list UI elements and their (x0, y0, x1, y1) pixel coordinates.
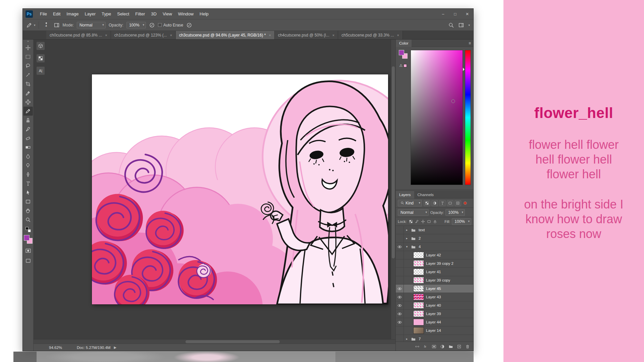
toolbar-collapse-icon[interactable]: » (27, 40, 29, 43)
fill-select[interactable]: 100% (452, 218, 471, 225)
eyedropper-tool[interactable] (23, 88, 33, 98)
opacity-select[interactable]: 100% (126, 22, 146, 28)
horizontal-scrollbar-thumb[interactable] (185, 340, 280, 343)
visibility-toggle[interactable] (396, 234, 404, 242)
layer-name[interactable]: Layer 43 (426, 295, 441, 299)
visibility-toggle[interactable] (396, 326, 404, 335)
eraser-tool[interactable] (23, 134, 33, 143)
visibility-toggle[interactable] (396, 310, 404, 318)
path-selection-tool[interactable] (23, 188, 33, 197)
foreground-background-swatches[interactable] (24, 235, 33, 244)
delete-layer-button[interactable] (465, 344, 470, 349)
foreground-background-swatches[interactable] (399, 50, 408, 59)
horizontal-scrollbar[interactable] (34, 339, 395, 344)
layer-name[interactable]: 4 (419, 245, 421, 249)
lock-image-pixels-button[interactable] (414, 219, 420, 224)
visibility-toggle[interactable] (396, 293, 404, 301)
layer-thumbnail[interactable] (413, 260, 424, 267)
window-minimize-button[interactable]: – (437, 10, 449, 18)
layer-thumbnail[interactable] (413, 319, 424, 325)
visibility-toggle[interactable] (396, 318, 404, 326)
lock-all-button[interactable] (432, 219, 438, 224)
filter-adjustment-layers-button[interactable] (431, 200, 438, 206)
layer-name[interactable]: Layer 39 (426, 312, 441, 316)
menu-filter[interactable]: Filter (132, 10, 148, 18)
filter-shape-layers-button[interactable] (447, 200, 453, 206)
workspace-switcher-icon[interactable] (458, 22, 464, 28)
rectangular-marquee-tool[interactable] (23, 52, 33, 61)
default-colors-icon[interactable] (25, 227, 31, 232)
channels-panel-tab[interactable]: Channels (414, 191, 437, 198)
rectangle-tool[interactable] (23, 197, 33, 206)
blur-tool[interactable] (23, 152, 33, 161)
visibility-toggle[interactable] (396, 301, 404, 309)
layer-thumbnail[interactable] (413, 302, 424, 309)
layer-thumbnail[interactable] (413, 277, 424, 284)
toggle-brush-panel-icon[interactable] (54, 22, 60, 28)
layer-thumbnail[interactable] (410, 336, 417, 342)
layer-name[interactable]: Layer 44 (426, 320, 441, 324)
window-maximize-button[interactable]: □ (449, 10, 461, 18)
group-expand-icon[interactable] (405, 337, 409, 341)
new-layer-button[interactable] (457, 344, 462, 349)
screen-mode-icon[interactable] (25, 258, 31, 264)
tab-close-icon[interactable] (105, 33, 107, 37)
menu-type[interactable]: Type (99, 10, 114, 18)
layer-thumbnail[interactable] (413, 327, 424, 334)
menu-select[interactable]: Select (114, 10, 132, 18)
layer-effects-button[interactable] (423, 344, 428, 349)
menu-file[interactable]: File (37, 10, 50, 18)
dodge-tool[interactable] (23, 161, 33, 170)
hue-slider-pointer-icon[interactable] (463, 68, 466, 71)
layer-name[interactable]: Layer 45 (426, 287, 441, 291)
layer-row-layer-39-copy-2[interactable]: Layer 39 copy 2 (396, 259, 473, 268)
lock-position-button[interactable] (420, 219, 426, 224)
layer-name[interactable]: Layer 41 (426, 270, 441, 274)
hand-tool[interactable] (23, 206, 33, 215)
clone-stamp-tool[interactable] (23, 116, 33, 125)
vertical-scrollbar[interactable] (391, 40, 395, 339)
group-expand-icon[interactable] (405, 228, 409, 232)
layer-row-layer-39-copy[interactable]: Layer 39 copy (396, 276, 473, 285)
layer-row-layer-44[interactable]: Layer 44 (396, 318, 473, 326)
lock-artboards-button[interactable] (426, 219, 432, 224)
layer-thumbnail[interactable] (413, 268, 424, 275)
3d-panel-icon[interactable] (36, 42, 45, 50)
layer-name[interactable]: Layer 42 (426, 253, 441, 257)
hue-slider[interactable] (465, 50, 471, 185)
layer-name[interactable]: Layer 39 copy 2 (426, 261, 453, 265)
tab-close-icon[interactable] (397, 33, 399, 37)
color-panel-tab[interactable]: Color (396, 40, 412, 47)
layer-thumbnail[interactable] (413, 310, 424, 317)
layer-row-text[interactable]: text (396, 226, 473, 234)
lasso-tool[interactable] (23, 61, 33, 70)
visibility-toggle[interactable] (396, 335, 404, 342)
visibility-toggle[interactable] (396, 259, 404, 267)
layer-row-7[interactable]: 7 (396, 335, 473, 342)
foreground-color-swatch[interactable] (399, 50, 404, 55)
foreground-color-swatch[interactable] (24, 235, 30, 241)
lock-transparent-pixels-button[interactable] (408, 219, 414, 224)
document-tab[interactable]: ch5cutscene.psd @ 33.3% ... (338, 31, 403, 39)
quick-mask-icon[interactable] (25, 248, 31, 254)
layer-row-2[interactable]: 2 (396, 234, 473, 243)
auto-erase-option[interactable]: Auto Erase (158, 23, 183, 27)
layer-row-layer-40[interactable]: Layer 40 (396, 301, 473, 310)
character-panel-icon[interactable]: A| (36, 66, 45, 75)
search-icon[interactable] (448, 22, 454, 28)
layer-row-layer-42[interactable]: Layer 42 (396, 251, 473, 259)
tab-close-icon[interactable] (170, 33, 172, 37)
pasteboard[interactable]: A| (34, 40, 395, 339)
layer-row-layer-41[interactable]: Layer 41 (396, 268, 473, 276)
document-tab[interactable]: ch0cutscene.psd @ 85.8% ... (46, 31, 111, 39)
layer-thumbnail[interactable] (413, 285, 424, 292)
filter-toggle-icon[interactable] (464, 201, 467, 205)
layer-thumbnail[interactable] (410, 227, 417, 233)
tab-close-icon[interactable] (332, 33, 334, 37)
auto-erase-checkbox[interactable] (158, 23, 162, 27)
visibility-toggle[interactable] (396, 251, 404, 259)
pressure-opacity-icon[interactable] (149, 22, 155, 28)
panel-menu-icon[interactable]: ≡ (469, 41, 473, 46)
status-options-arrow-icon[interactable]: ▶ (114, 346, 116, 349)
visibility-toggle[interactable] (396, 268, 404, 276)
